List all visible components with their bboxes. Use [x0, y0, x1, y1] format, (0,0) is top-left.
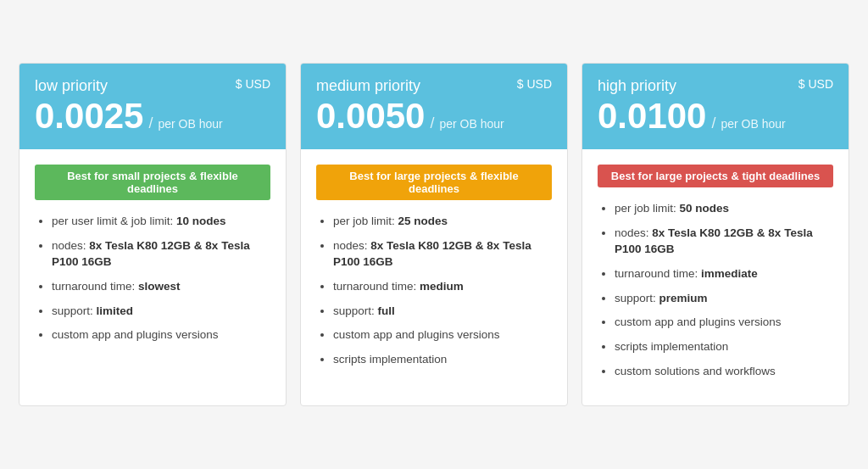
priority-label: low priority	[35, 77, 108, 95]
feature-badge: Best for large projects & tight deadline…	[598, 165, 833, 187]
list-item: support: full	[333, 304, 552, 320]
list-item: turnaround time: slowest	[52, 279, 270, 295]
feature-list: per job limit: 50 nodesnodes: 8x Tesla K…	[598, 201, 833, 380]
card-header-medium: medium priority$ USD0.0050/per OB hour	[301, 64, 567, 149]
feature-badge: Best for large projects & flexible deadl…	[316, 165, 552, 200]
price-unit: per OB hour	[439, 117, 504, 131]
price-divider: /	[711, 114, 715, 132]
price-amount: 0.0050	[316, 98, 425, 134]
feature-list: per user limit & job limit: 10 nodesnode…	[35, 214, 270, 343]
list-item: custom app and plugins versions	[615, 315, 833, 331]
currency-label: $ USD	[517, 77, 552, 91]
list-item: support: limited	[52, 304, 270, 320]
pricing-card-high: high priority$ USD0.0100/per OB hourBest…	[581, 63, 849, 406]
list-item: per job limit: 25 nodes	[333, 214, 552, 230]
currency-label: $ USD	[798, 77, 833, 91]
priority-label: high priority	[598, 77, 676, 95]
list-item: support: premium	[615, 291, 833, 307]
card-body-low: Best for small projects & flexible deadl…	[19, 149, 286, 369]
list-item: turnaround time: immediate	[615, 266, 833, 282]
price-divider: /	[430, 114, 434, 132]
price-amount: 0.0100	[598, 98, 706, 134]
price-amount: 0.0025	[35, 98, 143, 134]
pricing-card-low: low priority$ USD0.0025/per OB hourBest …	[19, 63, 287, 406]
pricing-container: low priority$ USD0.0025/per OB hourBest …	[19, 63, 849, 406]
feature-list: per job limit: 25 nodesnodes: 8x Tesla K…	[316, 214, 552, 368]
price-unit: per OB hour	[721, 117, 785, 131]
currency-label: $ USD	[236, 77, 270, 91]
list-item: nodes: 8x Tesla K80 12GB & 8x Tesla P100…	[52, 238, 270, 271]
list-item: custom app and plugins versions	[333, 327, 552, 343]
list-item: per user limit & job limit: 10 nodes	[52, 214, 270, 230]
feature-badge: Best for small projects & flexible deadl…	[35, 165, 270, 200]
list-item: nodes: 8x Tesla K80 12GB & 8x Tesla P100…	[615, 226, 833, 258]
list-item: custom solutions and workflows	[615, 364, 833, 380]
priority-label: medium priority	[316, 77, 420, 95]
pricing-card-medium: medium priority$ USD0.0050/per OB hourBe…	[300, 63, 568, 406]
list-item: scripts implementation	[615, 339, 833, 355]
card-body-high: Best for large projects & tight deadline…	[582, 149, 849, 405]
list-item: turnaround time: medium	[333, 279, 552, 295]
card-header-high: high priority$ USD0.0100/per OB hour	[582, 64, 849, 149]
price-unit: per OB hour	[158, 117, 222, 131]
price-divider: /	[148, 114, 153, 132]
card-header-low: low priority$ USD0.0025/per OB hour	[19, 64, 286, 149]
list-item: custom app and plugins versions	[52, 327, 270, 343]
list-item: nodes: 8x Tesla K80 12GB & 8x Tesla P100…	[333, 238, 552, 271]
list-item: per job limit: 50 nodes	[615, 201, 833, 217]
list-item: scripts implementation	[333, 352, 552, 368]
card-body-medium: Best for large projects & flexible deadl…	[301, 149, 567, 394]
